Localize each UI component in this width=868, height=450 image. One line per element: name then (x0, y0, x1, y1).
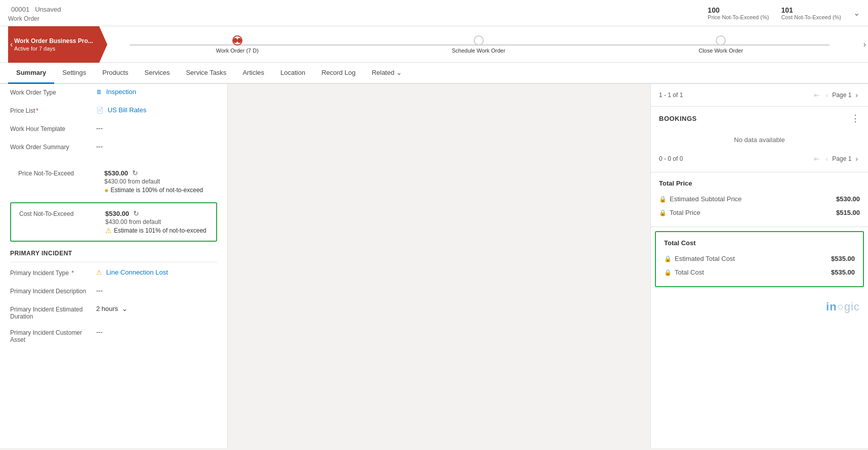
lock-icon-4: 🔒 (664, 269, 672, 276)
work-order-type-value: 🗎 Inspection (96, 88, 217, 96)
error-icon: ⚠ (105, 227, 112, 235)
work-hour-template-label: Work Hour Template (10, 124, 96, 132)
incident-asset-row: Primary Incident Customer Asset --- (0, 324, 227, 347)
total-price-row: 🔒 Total Price $515.00 (659, 206, 860, 219)
top-bar-expand-button[interactable]: ⌄ (853, 8, 860, 18)
cost-nte-label: Cost Not-To-Exceed (%) (781, 14, 841, 20)
right-panel: 1 - 1 of 1 ⇤ ‹ Page 1 › BOOKINGS ⋮ No da… (650, 84, 868, 448)
first-page-button-1[interactable]: ⇤ (812, 90, 822, 100)
cost-nte-refresh-button[interactable]: ↻ (133, 209, 139, 217)
stage-schedule[interactable]: Schedule Work Order (452, 35, 506, 54)
pricelist-icon: 📄 (96, 107, 104, 114)
incident-asset-value: --- (96, 328, 217, 336)
tab-record-log[interactable]: Record Log (313, 63, 363, 84)
bookings-more-button[interactable]: ⋮ (851, 113, 860, 124)
total-price-text: Total Price (670, 209, 700, 216)
price-nte-label: Price Not-To-Exceed (%) (708, 14, 769, 20)
tab-service-tasks[interactable]: Service Tasks (178, 63, 234, 84)
stage-circle-schedule (474, 35, 484, 46)
prev-page-button-1[interactable]: ‹ (824, 90, 831, 100)
total-cost-section: Total Cost 🔒 Estimated Total Cost $535.0… (655, 231, 864, 287)
total-price-title: Total Price (659, 179, 860, 187)
total-price-value: $515.00 (836, 209, 860, 216)
incident-type-row: Primary Incident Type * ⚠ Line Connectio… (0, 264, 227, 283)
price-nte-value: 100 (708, 6, 719, 14)
process-bar: ‹ Work Order Business Pro... Active for … (0, 26, 868, 63)
work-order-type-link[interactable]: Inspection (106, 88, 136, 96)
tab-products[interactable]: Products (94, 63, 136, 84)
estimated-total-cost-label: 🔒 Estimated Total Cost (664, 255, 735, 262)
tab-related[interactable]: Related ⌄ (363, 63, 410, 84)
total-cost-value: $535.00 (831, 268, 855, 276)
total-cost-title: Total Cost (664, 239, 855, 247)
first-page-button-2[interactable]: ⇤ (812, 154, 822, 164)
price-nte-estimate: ● Estimate is 100% of not-to-exceed (104, 186, 209, 194)
cost-nte-amount: $530.00 (105, 210, 129, 217)
price-list-label: Price List* (10, 106, 96, 114)
cost-nte-block: Cost Not-To-Exceed $530.00 ↻ $430.00 fro… (10, 202, 217, 242)
watermark-area: in○gic (651, 291, 868, 322)
lock-icon-2: 🔒 (659, 209, 667, 216)
related-chevron-icon: ⌄ (396, 69, 402, 76)
next-page-button-1[interactable]: › (853, 90, 860, 100)
duration-dropdown-button[interactable]: ⌄ (122, 305, 128, 312)
related-label: Related (371, 69, 394, 76)
price-list-row: Price List* 📄 US Bill Rates (0, 102, 227, 120)
page-label-1: Page 1 (832, 92, 851, 99)
work-order-summary-row: Work Order Summary --- (0, 139, 227, 157)
incident-type-label: Primary Incident Type * (10, 268, 96, 277)
process-stages: Work Order (7 D) Schedule Work Order Clo… (99, 35, 860, 54)
record-id: 00001 Unsaved (8, 4, 61, 14)
price-list-value: 📄 US Bill Rates (96, 106, 217, 114)
process-nav-left-button[interactable]: ‹ (10, 40, 13, 49)
total-cost-row: 🔒 Total Cost $535.00 (664, 265, 855, 279)
prev-page-button-2[interactable]: ‹ (824, 154, 831, 164)
incident-warning-icon: ⚠ (96, 268, 102, 276)
stage-work-order[interactable]: Work Order (7 D) (216, 35, 259, 54)
total-cost-text: Total Cost (675, 268, 704, 276)
process-nav-right-button[interactable]: › (863, 40, 866, 49)
tab-services[interactable]: Services (137, 63, 178, 84)
next-page-button-2[interactable]: › (853, 154, 860, 164)
incident-type-link[interactable]: Line Connection Lost (106, 268, 168, 276)
top-bar: 00001 Unsaved Work Order 100 Price Not-T… (0, 0, 868, 26)
estimated-total-cost-text: Estimated Total Cost (675, 255, 735, 262)
price-nte-refresh-button[interactable]: ↻ (132, 169, 138, 177)
total-price-label: 🔒 Total Price (659, 209, 700, 216)
incident-desc-value: --- (96, 287, 217, 294)
main-content: Work Order Type 🗎 Inspection Price List*… (0, 84, 868, 448)
estimated-subtotal-label: 🔒 Estimated Subtotal Price (659, 195, 741, 203)
work-hour-template-value: --- (96, 124, 217, 132)
cost-not-to-exceed-field: 101 Cost Not-To-Exceed (%) (781, 6, 841, 20)
tab-articles[interactable]: Articles (234, 63, 272, 84)
top-pagination: 1 - 1 of 1 ⇤ ‹ Page 1 › (651, 84, 868, 107)
cost-nte-main: $530.00 ↻ (105, 209, 208, 217)
tab-settings[interactable]: Settings (54, 63, 94, 84)
stage-label-2: Close Work Order (698, 48, 743, 54)
stage-close[interactable]: Close Work Order (698, 35, 743, 54)
price-nte-values: $530.00 ↻ $430.00 from default ● Estimat… (104, 169, 209, 194)
price-nte-main: $530.00 ↻ (104, 169, 209, 177)
price-nte-estimate-text: Estimate is 100% of not-to-exceed (110, 187, 203, 194)
price-list-link[interactable]: US Bill Rates (108, 106, 147, 114)
incident-duration-value: 2 hours ⌄ (96, 305, 217, 312)
process-subtitle: Active for 7 days (14, 46, 93, 52)
file-icon: 🗎 (96, 88, 102, 96)
middle-content (228, 84, 650, 448)
record-info: 00001 Unsaved Work Order (8, 4, 61, 22)
required-marker: * (36, 107, 38, 114)
page-label-2: Page 1 (832, 155, 851, 162)
cost-nte-values: $530.00 ↻ $430.00 from default ⚠ Estimat… (105, 209, 208, 235)
price-nte-block: Price Not-To-Exceed $530.00 ↻ $430.00 fr… (10, 163, 217, 200)
separator-1 (10, 262, 217, 262)
process-title: Work Order Business Pro... (14, 37, 93, 44)
work-order-type-label: Work Order Type (10, 88, 96, 96)
tab-location[interactable]: Location (272, 63, 313, 84)
work-hour-template-row: Work Hour Template --- (0, 120, 227, 139)
bookings-title: BOOKINGS (659, 115, 697, 122)
estimated-total-cost-row: 🔒 Estimated Total Cost $535.00 (664, 252, 855, 265)
tab-summary[interactable]: Summary (8, 63, 54, 84)
price-nte-amount: $530.00 (104, 169, 128, 177)
total-price-section: Total Price 🔒 Estimated Subtotal Price $… (651, 172, 868, 227)
pagination-range-2: 0 - 0 of 0 (659, 155, 683, 162)
